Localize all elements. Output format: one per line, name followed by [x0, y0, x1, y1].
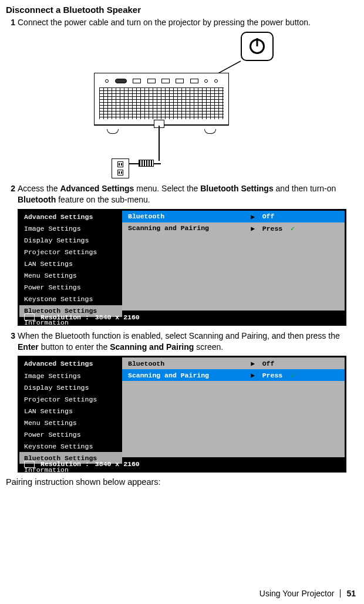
osd1-item-menu: Menu Settings — [19, 270, 122, 282]
check-icon: ✓ — [291, 225, 295, 232]
step-3-text: When the Bluetooth function is enabled, … — [18, 330, 358, 353]
osd1-title: Advanced Settings — [19, 211, 122, 223]
footer-separator — [340, 589, 341, 598]
step-1-text: Connect the power cable and turn on the … — [18, 17, 358, 28]
osd2-item-image: Image Settings — [19, 370, 122, 382]
projector-ports — [99, 77, 224, 85]
step-1-number: 1 — [6, 17, 15, 28]
monitor-icon — [24, 313, 35, 320]
osd1-item-power: Power Settings — [19, 282, 122, 293]
right-arrow-icon: ▶ — [248, 371, 258, 379]
osd1-right-pane: Bluetooth ▶ Off Scanning and Pairing ▶ P… — [122, 211, 345, 311]
projector-grille — [99, 87, 224, 119]
osd2-item-menu: Menu Settings — [19, 417, 122, 428]
cable-ferrite — [139, 160, 154, 167]
projector-diagram — [88, 32, 276, 178]
power-button-callout — [241, 32, 274, 61]
step-3-number: 3 — [6, 330, 15, 353]
osd2-left-pane: Advanced Settings Image Settings Display… — [19, 357, 122, 457]
osd2-item-keystone: Keystone Settings — [19, 440, 122, 452]
osd-menu-2: Advanced Settings Image Settings Display… — [18, 356, 346, 473]
osd2-resolution-label: Resolution : — [41, 460, 89, 468]
step-3: 3 When the Bluetooth function is enabled… — [6, 330, 358, 353]
right-arrow-icon: ▶ — [248, 212, 258, 221]
wall-outlet — [112, 158, 129, 178]
osd1-item-image: Image Settings — [19, 223, 122, 235]
osd2-item-display: Display Settings — [19, 382, 122, 393]
check-icon: ✓ — [291, 372, 295, 379]
power-icon — [250, 39, 265, 54]
osd-menu-1: Advanced Settings Image Settings Display… — [18, 209, 346, 326]
osd1-left-pane: Advanced Settings Image Settings Display… — [19, 211, 122, 311]
step-2-text: Access the Advanced Settings menu. Selec… — [18, 183, 358, 205]
osd1-item-keystone: Keystone Settings — [19, 293, 122, 305]
osd1-item-display: Display Settings — [19, 235, 122, 247]
osd2-title: Advanced Settings — [19, 357, 122, 370]
right-arrow-icon: ▶ — [248, 224, 258, 232]
footer-section: Using Your Projector — [259, 589, 335, 598]
footer-page-number: 51 — [346, 589, 356, 598]
osd1-row-scanning: Scanning and Pairing ▶ Press ✓ — [122, 222, 345, 234]
osd2-item-lan: LAN Settings — [19, 405, 122, 417]
osd1-row-bluetooth: Bluetooth ▶ Off — [122, 211, 345, 222]
step-2: 2 Access the Advanced Settings menu. Sel… — [6, 183, 358, 205]
monitor-icon — [24, 461, 35, 468]
osd2-row-bluetooth: Bluetooth ▶ Off — [122, 357, 345, 369]
osd2-right-pane: Bluetooth ▶ Off Scanning and Pairing ▶ P… — [122, 357, 345, 457]
projector-body — [94, 73, 229, 126]
section-title: Disconnect a Bluetooth Speaker — [6, 5, 358, 15]
right-arrow-icon: ▶ — [248, 359, 258, 367]
power-cable — [159, 126, 160, 161]
osd2-row-scanning: Scanning and Pairing ▶ Press ✓ — [122, 369, 345, 381]
step-2-number: 2 — [6, 183, 15, 205]
osd2-item-power: Power Settings — [19, 428, 122, 440]
osd1-item-lan: LAN Settings — [19, 258, 122, 270]
osd1-item-projector: Projector Settings — [19, 247, 122, 258]
step-1: 1 Connect the power cable and turn on th… — [6, 17, 358, 28]
pairing-instruction-text: Pairing instruction shown below appears: — [6, 477, 358, 487]
osd1-resolution-label: Resolution : — [41, 313, 89, 321]
osd1-resolution-value: 3840 x 2160 — [95, 313, 140, 321]
osd2-item-projector: Projector Settings — [19, 393, 122, 405]
osd2-resolution-value: 3840 x 2160 — [95, 460, 140, 468]
page-footer: Using Your Projector 51 — [259, 589, 356, 598]
